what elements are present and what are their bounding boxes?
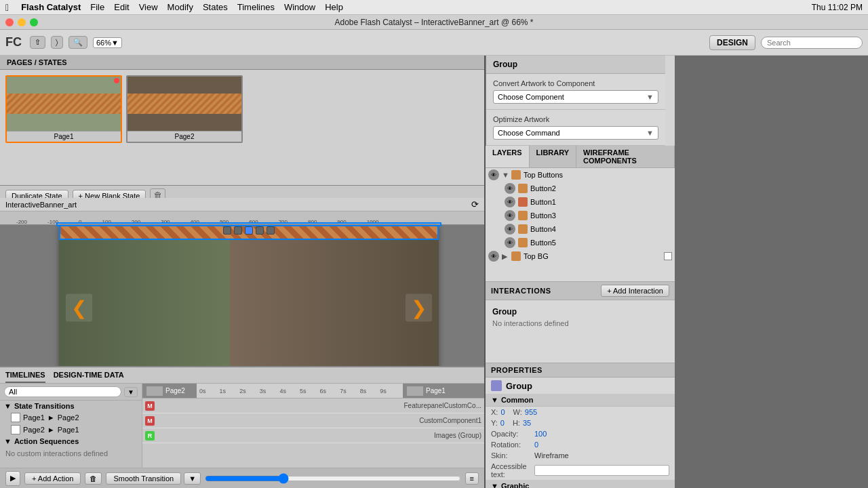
choose-component-arrow: ▼ (646, 93, 654, 101)
add-interaction-button[interactable]: + Add Interaction (601, 285, 669, 297)
eye-icon-3[interactable]: 👁 (505, 197, 515, 207)
page1-timeline-thumb: Page1 (403, 384, 484, 398)
prop-h-value[interactable]: 35 (523, 419, 531, 427)
design-mode-button[interactable]: DESIGN (709, 35, 755, 50)
refresh-icon[interactable]: ⟳ (471, 199, 479, 209)
titlebar: Adobe Flash Catalyst – InteractiveBanner… (0, 15, 868, 30)
properties-graphic-header[interactable]: ▼ Graphic (486, 480, 675, 488)
zoom-dropdown-arrow[interactable]: ▼ (111, 39, 119, 47)
menu-view[interactable]: View (139, 2, 158, 12)
smooth-transition-button[interactable]: Smooth Transition (106, 472, 181, 485)
layer-top-bg[interactable]: 👁 ▶ Top BG (486, 249, 675, 263)
marker-m-1[interactable]: M (145, 401, 155, 411)
transition-page1-page2[interactable]: Page1 ► Page2 (0, 411, 142, 424)
state-transitions-arrow: ▼ (4, 402, 12, 410)
minimize-button[interactable] (18, 18, 26, 26)
layer-check-top-bg[interactable] (664, 252, 672, 260)
common-expand-icon: ▼ (491, 396, 498, 404)
track-label-3: Images (Group) (434, 432, 481, 439)
state-transitions-section[interactable]: ▼ State Transitions (0, 401, 142, 411)
action-sequences-section[interactable]: ▼ Action Sequences (0, 436, 142, 447)
marker-r-1[interactable]: R (145, 431, 155, 441)
tool-zoom[interactable]: 🔍 (68, 36, 87, 49)
banner-dot-1 (223, 226, 231, 235)
menu-file[interactable]: File (90, 2, 104, 12)
tab-design-time-data[interactable]: DESIGN-TIME DATA (54, 368, 124, 383)
eye-icon-6[interactable]: 👁 (505, 237, 515, 248)
group-panel-header: Group (486, 56, 665, 74)
menu-flash-catalyst[interactable]: Flash Catalyst (21, 2, 81, 12)
prop-x-value[interactable]: 0 (500, 408, 505, 416)
prop-y-value[interactable]: 0 (500, 419, 505, 427)
rotation-value[interactable]: 0 (534, 441, 538, 449)
nav-arrow-left[interactable]: ❮ (66, 294, 92, 322)
opacity-value[interactable]: 100 (534, 430, 547, 438)
left-panel: PAGES / STATES Page1 Page2 (0, 56, 485, 488)
transition-page2-page1[interactable]: Page2 ► Page1 (0, 424, 142, 436)
page1-thumb[interactable]: Page1 (5, 75, 122, 143)
layer-expand-1[interactable]: ▼ (502, 171, 509, 179)
close-button[interactable] (5, 18, 14, 26)
layer-button1[interactable]: 👁 Button1 (486, 195, 675, 209)
transition-icon (11, 413, 20, 422)
nav-arrow-right[interactable]: ❯ (406, 294, 432, 322)
transition-arrow: ► (47, 413, 55, 422)
layers-panel: LAYERS LIBRARY WIREFRAME COMPONENTS 👁 ▼ … (486, 146, 675, 281)
eye-icon-5[interactable]: 👁 (505, 224, 515, 235)
properties-common-header[interactable]: ▼ Common (486, 394, 675, 407)
eye-icon-7[interactable]: 👁 (488, 251, 499, 262)
layer-button2[interactable]: 👁 Button2 (486, 182, 675, 195)
time-8s: 8s (360, 384, 380, 398)
btn1-icon (518, 197, 528, 207)
eye-icon-4[interactable]: 👁 (505, 210, 515, 221)
maximize-button[interactable] (30, 18, 38, 26)
page2-banner (127, 94, 241, 114)
layer-top-buttons[interactable]: 👁 ▼ Top Buttons (486, 168, 675, 182)
choose-component-dropdown[interactable]: Choose Component ▼ (493, 90, 658, 104)
menu-timelines[interactable]: Timelines (237, 2, 275, 12)
timeline-filter-input[interactable] (4, 386, 121, 397)
tab-wireframe-components[interactable]: WIREFRAME COMPONENTS (576, 146, 675, 167)
layer-button4[interactable]: 👁 Button4 (486, 222, 675, 236)
bottom-toolbar: ▶ + Add Action 🗑 Smooth Transition ▼ ≡ (0, 468, 484, 488)
marker-m-2[interactable]: M (145, 416, 155, 426)
page2-thumb[interactable]: Page2 (126, 75, 243, 143)
eye-icon-2[interactable]: 👁 (505, 183, 515, 194)
track-right-2: CustomComponent1 (419, 417, 481, 424)
menu-edit[interactable]: Edit (114, 2, 129, 12)
layers-tabs: LAYERS LIBRARY WIREFRAME COMPONENTS (486, 146, 675, 168)
prop-w-value[interactable]: 955 (525, 408, 537, 416)
layer-button3[interactable]: 👁 Button3 (486, 209, 675, 222)
transition-arrow-2: ► (47, 426, 55, 434)
search-input[interactable] (761, 37, 863, 49)
main-layout: PAGES / STATES Page1 Page2 (0, 56, 868, 488)
timeline-zoom-slider[interactable] (205, 473, 461, 484)
menu-window[interactable]: Window (284, 2, 315, 12)
transition-dropdown[interactable]: ▼ (184, 472, 201, 485)
fc-logo: FC (5, 35, 22, 49)
delete-action-button[interactable]: 🗑 (85, 472, 102, 485)
play-button[interactable]: ▶ (5, 471, 20, 486)
menu-states[interactable]: States (203, 2, 228, 12)
timeline-filter-button[interactable]: ▼ (124, 387, 138, 397)
layer-button5[interactable]: 👁 Button5 (486, 236, 675, 249)
eye-icon-1[interactable]: 👁 (488, 169, 499, 180)
add-action-button[interactable]: + Add Action (24, 472, 81, 485)
layer-expand-2[interactable]: ▶ (502, 252, 509, 261)
track-markers-3: R (145, 431, 155, 441)
tab-timelines[interactable]: TIMELINES (5, 368, 45, 383)
transition-icon-2 (11, 425, 20, 434)
choose-command-dropdown[interactable]: Choose Command ▼ (493, 126, 658, 140)
timeline-options-button[interactable]: ≡ (465, 472, 479, 485)
tool-select[interactable]: ⇧ (30, 36, 45, 49)
menubar:  Flash Catalyst File Edit View Modify S… (0, 0, 868, 15)
apple-logo[interactable]:  (5, 2, 9, 13)
tab-library[interactable]: LIBRARY (530, 146, 576, 167)
menu-help[interactable]: Help (325, 2, 343, 12)
menu-modify[interactable]: Modify (167, 2, 193, 12)
tab-layers[interactable]: LAYERS (486, 146, 530, 167)
accessible-text-input[interactable] (534, 465, 669, 476)
tool-hand[interactable]: 〉 (51, 36, 63, 49)
zoom-control[interactable]: 66% ▼ (93, 37, 122, 48)
track-row-3: R Images (Group) (142, 428, 484, 443)
